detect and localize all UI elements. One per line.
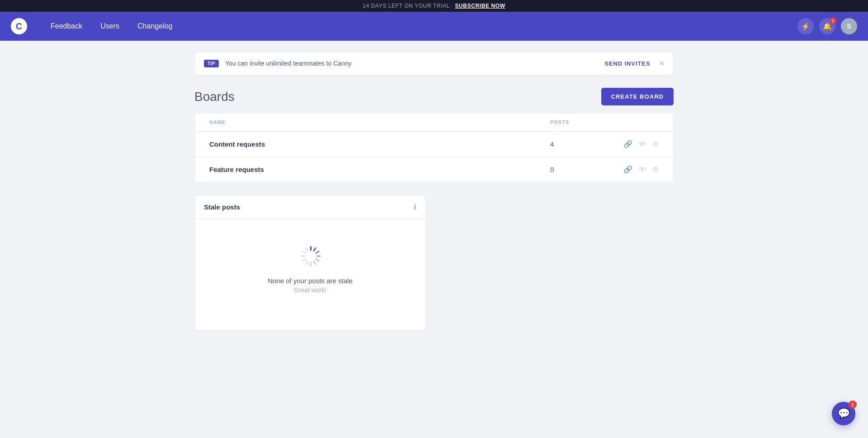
subscribe-link[interactable]: SUBSCRIBE NOW	[455, 3, 505, 9]
board-actions: 🔗 👁 ⚙	[604, 140, 659, 148]
stale-empty-message: None of your posts are stale	[268, 277, 353, 285]
boards-header: Boards CREATE BOARD	[194, 88, 674, 105]
lightning-icon: ⚡	[801, 22, 810, 31]
board-actions: 🔗 👁 ⚙	[604, 165, 659, 174]
tip-banner: TIP You can invite unlimited teammates t…	[194, 52, 674, 75]
stale-empty-sub: Great work!	[294, 286, 326, 294]
stale-header: Stale posts ℹ	[195, 195, 425, 219]
trial-bar: 14 DAYS LEFT ON YOUR TRIAL · SUBSCRIBE N…	[0, 0, 868, 12]
link-icon[interactable]: 🔗	[623, 165, 632, 174]
boards-table: NAME POSTS Content requests 4 🔗 👁 ⚙ Feat…	[194, 113, 674, 182]
link-icon[interactable]: 🔗	[623, 140, 632, 148]
send-invites-link[interactable]: SEND INVITES	[604, 60, 650, 67]
column-posts-header: POSTS	[550, 119, 604, 125]
board-posts: 4	[550, 140, 604, 148]
stale-title: Stale posts	[204, 203, 414, 211]
tip-badge: TIP	[204, 60, 219, 67]
lightning-button[interactable]: ⚡	[797, 18, 814, 34]
board-name: Content requests	[209, 140, 550, 148]
create-board-button[interactable]: CREATE BOARD	[601, 88, 674, 105]
logo[interactable]: C	[11, 18, 27, 34]
tip-close-button[interactable]: ×	[659, 59, 664, 67]
board-name: Feature requests	[209, 166, 550, 173]
chat-button[interactable]: 💬 1	[832, 402, 855, 425]
tip-message: You can invite unlimited teammates to Ca…	[225, 60, 604, 67]
info-icon[interactable]: ℹ	[414, 203, 416, 211]
table-row: Feature requests 0 🔗 👁 ⚙	[195, 157, 673, 182]
board-posts: 0	[550, 166, 604, 173]
column-name-header: NAME	[209, 119, 550, 125]
navbar-right: ⚡ 🔔 1 S	[797, 18, 857, 34]
avatar[interactable]: S	[841, 18, 857, 34]
loading-spinner	[300, 246, 320, 266]
stale-posts-section: Stale posts ℹ None of your posts are sta…	[194, 195, 426, 330]
settings-icon[interactable]: ⚙	[652, 165, 659, 174]
navbar: C Feedback Users Changelog ⚡ 🔔 1 S	[0, 12, 868, 41]
nav-changelog[interactable]: Changelog	[128, 12, 181, 41]
main-content: TIP You can invite unlimited teammates t…	[194, 41, 674, 341]
trial-text: 14 DAYS LEFT ON YOUR TRIAL ·	[363, 3, 455, 9]
settings-icon[interactable]: ⚙	[652, 140, 659, 148]
bell-badge: 1	[830, 17, 836, 24]
boards-title: Boards	[194, 90, 235, 104]
nav-users[interactable]: Users	[91, 12, 128, 41]
chat-badge: 1	[849, 400, 857, 409]
stale-body: None of your posts are stale Great work!	[195, 219, 425, 330]
eye-icon[interactable]: 👁	[639, 166, 646, 174]
bell-button[interactable]: 🔔 1	[819, 18, 835, 34]
nav-links: Feedback Users Changelog	[42, 12, 797, 41]
eye-icon[interactable]: 👁	[639, 140, 646, 148]
chat-icon: 💬	[838, 408, 850, 419]
table-header: NAME POSTS	[195, 113, 673, 132]
table-row: Content requests 4 🔗 👁 ⚙	[195, 132, 673, 157]
nav-feedback[interactable]: Feedback	[42, 12, 91, 41]
